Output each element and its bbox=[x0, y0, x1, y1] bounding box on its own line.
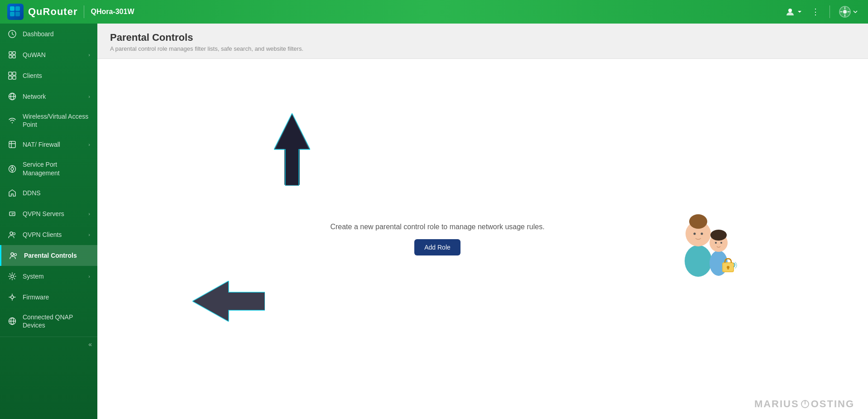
clients-icon bbox=[7, 71, 17, 81]
svg-rect-13 bbox=[13, 72, 16, 75]
svg-point-31 bbox=[11, 296, 14, 299]
dashboard-icon bbox=[7, 29, 17, 39]
sidebar-item-quwan[interactable]: QuWAN › bbox=[0, 44, 97, 65]
sidebar-item-system-label: System bbox=[23, 272, 83, 280]
parental-controls-icon bbox=[9, 250, 19, 260]
connected-qnap-icon bbox=[7, 316, 17, 326]
svg-rect-3 bbox=[15, 12, 20, 16]
svg-rect-0 bbox=[10, 6, 14, 11]
svg-point-28 bbox=[11, 253, 14, 255]
svg-rect-54 bbox=[728, 267, 729, 270]
sidebar-item-system[interactable]: System › bbox=[0, 266, 97, 287]
svg-rect-2 bbox=[10, 12, 14, 16]
firmware-icon bbox=[7, 292, 17, 302]
network-icon bbox=[7, 92, 17, 101]
sidebar-item-ddns-label: DDNS bbox=[23, 189, 90, 197]
sidebar-item-parental-controls-label: Parental Controls bbox=[24, 251, 90, 260]
sidebar-item-clients-label: Clients bbox=[23, 72, 90, 80]
sidebar-item-service-port[interactable]: Service Port Management bbox=[0, 155, 97, 182]
quwan-chevron-icon: › bbox=[88, 52, 90, 58]
svg-rect-9 bbox=[13, 52, 15, 54]
header-logo: QuRouter bbox=[7, 4, 77, 20]
qvpn-clients-icon bbox=[7, 230, 17, 240]
wireless-icon bbox=[7, 116, 17, 125]
main-content: Parental Controls A parental control rol… bbox=[97, 24, 868, 419]
empty-state-text: Create a new parental control role to ma… bbox=[330, 223, 544, 231]
page-content: Create a new parental control role to ma… bbox=[97, 59, 868, 419]
sidebar-item-parental-controls[interactable]: Parental Controls bbox=[0, 245, 97, 266]
svg-rect-10 bbox=[9, 55, 12, 58]
svg-rect-12 bbox=[9, 72, 12, 75]
watermark-text-suffix: OSTING bbox=[811, 398, 854, 410]
sidebar-item-qvpn-clients[interactable]: QVPN Clients › bbox=[0, 224, 97, 245]
more-menu-button[interactable]: ⋮ bbox=[809, 4, 823, 19]
watermark: MARIUS OSTING bbox=[754, 398, 854, 410]
sidebar-item-network-label: Network bbox=[23, 92, 83, 101]
header-divider bbox=[84, 5, 84, 18]
arrow-left-annotation bbox=[192, 281, 265, 323]
svg-point-49 bbox=[715, 242, 717, 244]
empty-state: Create a new parental control role to ma… bbox=[330, 223, 544, 255]
svg-rect-20 bbox=[9, 141, 15, 148]
service-port-icon bbox=[7, 164, 17, 174]
sidebar-item-nat-label: NAT/ Firewall bbox=[23, 140, 83, 149]
svg-point-44 bbox=[694, 232, 696, 235]
sidebar-item-qvpn-servers[interactable]: QVPN Servers › bbox=[0, 203, 97, 224]
sidebar-item-qvpn-clients-label: QVPN Clients bbox=[23, 231, 83, 239]
app-menu-button[interactable] bbox=[836, 3, 861, 20]
svg-point-22 bbox=[11, 168, 14, 170]
sidebar-item-wireless-label: Wireless/Virtual Access Point bbox=[23, 112, 90, 129]
sidebar-item-firmware[interactable]: Firmware bbox=[0, 287, 97, 308]
svg-point-4 bbox=[788, 9, 792, 12]
body: Dashboard QuWAN › Clients Network › bbox=[0, 24, 868, 419]
svg-point-50 bbox=[720, 242, 722, 244]
sidebar-item-clients[interactable]: Clients bbox=[0, 65, 97, 86]
sidebar-item-qvpn-servers-label: QVPN Servers bbox=[23, 210, 83, 218]
header: QuRouter QHora-301W ⋮ bbox=[0, 0, 868, 24]
svg-point-42 bbox=[689, 214, 707, 229]
svg-point-19 bbox=[12, 122, 13, 123]
svg-point-26 bbox=[10, 232, 13, 235]
quwan-icon bbox=[7, 50, 17, 60]
sidebar-item-dashboard[interactable]: Dashboard bbox=[0, 24, 97, 44]
sidebar-item-network[interactable]: Network › bbox=[0, 86, 97, 107]
svg-rect-14 bbox=[9, 76, 12, 79]
svg-point-45 bbox=[701, 232, 703, 235]
header-device: QHora-301W bbox=[91, 8, 134, 16]
sidebar-item-nat-firewall[interactable]: NAT/ Firewall › bbox=[0, 134, 97, 155]
qvpn-clients-chevron-icon: › bbox=[88, 232, 90, 237]
qvpn-servers-chevron-icon: › bbox=[88, 211, 90, 217]
svg-rect-15 bbox=[13, 76, 16, 79]
svg-point-30 bbox=[11, 275, 14, 278]
sidebar-item-dashboard-label: Dashboard bbox=[23, 30, 90, 38]
nat-chevron-icon: › bbox=[88, 142, 90, 147]
svg-point-27 bbox=[13, 232, 15, 235]
system-chevron-icon: › bbox=[88, 274, 90, 279]
header-right-divider bbox=[830, 5, 830, 18]
svg-rect-11 bbox=[13, 55, 15, 58]
sidebar-item-connected-qnap-label: Connected QNAP Devices bbox=[23, 313, 90, 329]
sidebar-item-quwan-label: QuWAN bbox=[23, 51, 83, 59]
system-icon bbox=[7, 271, 17, 281]
logo-text: QuRouter bbox=[28, 6, 77, 18]
collapse-icon: « bbox=[88, 341, 92, 348]
add-role-button[interactable]: Add Role bbox=[414, 239, 460, 255]
sidebar-collapse-button[interactable]: « bbox=[0, 337, 97, 352]
ddns-icon bbox=[7, 188, 17, 198]
parental-controls-illustration bbox=[669, 195, 741, 283]
svg-rect-1 bbox=[15, 6, 20, 11]
sidebar-item-firmware-label: Firmware bbox=[23, 293, 90, 301]
svg-rect-8 bbox=[9, 52, 12, 54]
page-title: Parental Controls bbox=[110, 32, 855, 43]
svg-point-40 bbox=[685, 245, 712, 277]
page-subtitle: A parental control role manages filter l… bbox=[110, 45, 855, 52]
sidebar-item-wireless[interactable]: Wireless/Virtual Access Point bbox=[0, 107, 97, 134]
nat-firewall-icon bbox=[7, 140, 17, 149]
page-header: Parental Controls A parental control rol… bbox=[97, 24, 868, 59]
logo-icon bbox=[7, 4, 24, 20]
sidebar-item-connected-qnap[interactable]: Connected QNAP Devices bbox=[0, 308, 97, 335]
sidebar-item-ddns[interactable]: DDNS bbox=[0, 183, 97, 203]
watermark-text-prefix: MARIUS bbox=[754, 398, 799, 410]
svg-point-6 bbox=[843, 10, 847, 14]
user-menu-button[interactable] bbox=[782, 4, 805, 19]
